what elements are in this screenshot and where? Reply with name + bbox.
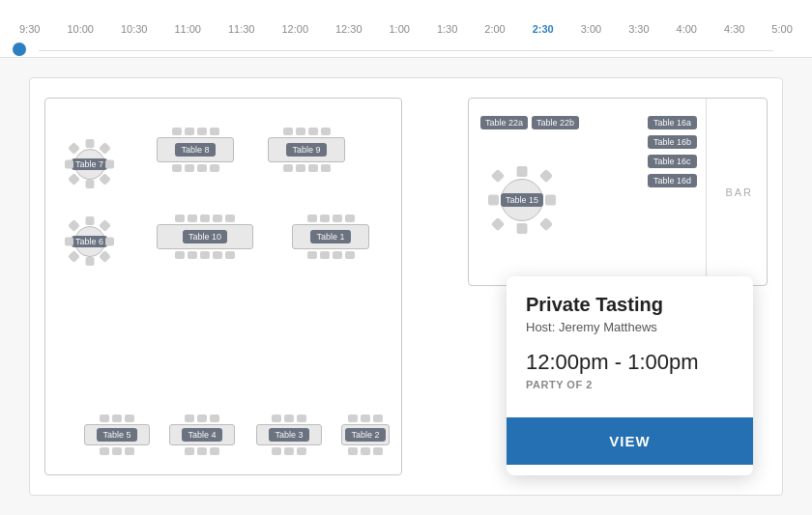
table-4-group: Table 4 xyxy=(169,413,235,457)
timeline-label-1200: 12:00 xyxy=(281,23,308,35)
table-5-group: Table 5 xyxy=(84,413,150,457)
popup-card: Private Tasting Host: Jeremy Matthews 12… xyxy=(507,276,753,475)
popup-title: Private Tasting xyxy=(526,294,734,316)
timeline-label-300: 3:00 xyxy=(581,23,601,35)
timeline-label-930: 9:30 xyxy=(19,23,40,35)
timeline: 9:30 10:00 10:30 11:00 11:30 12:00 12:30… xyxy=(0,0,812,58)
timeline-label-400: 4:00 xyxy=(677,23,697,35)
table-3-group: Table 3 xyxy=(256,413,322,457)
floor-plan: Table 7 Tab xyxy=(29,77,783,496)
timeline-label-1100: 11:00 xyxy=(174,23,201,35)
popup-content: Private Tasting Host: Jeremy Matthews 12… xyxy=(507,276,753,417)
table-2-label: Table 2 xyxy=(345,428,385,442)
section-left: Table 7 Tab xyxy=(44,98,402,475)
timeline-label-430: 4:30 xyxy=(724,23,744,35)
table-16a-label: Table 16a xyxy=(648,116,697,129)
table-3-label: Table 3 xyxy=(269,428,308,442)
popup-time: 12:00pm - 1:00pm xyxy=(526,350,734,375)
table-1-label: Table 1 xyxy=(310,230,350,243)
table-7-label: Table 7 xyxy=(72,158,107,170)
table-16d-label: Table 16d xyxy=(648,174,697,187)
timeline-label-1030: 10:30 xyxy=(121,23,148,35)
table-22-group: Table 22a Table 22b xyxy=(480,116,579,129)
timeline-label-1230: 12:30 xyxy=(335,23,362,35)
popup-host: Host: Jeremy Matthews xyxy=(526,320,734,334)
table-22a-label: Table 22a xyxy=(480,116,528,129)
table-7-group: Table 7 xyxy=(63,137,116,190)
table-8-group: Table 8 xyxy=(157,126,234,174)
table-9-label: Table 9 xyxy=(286,143,326,157)
timeline-label-100: 1:00 xyxy=(390,23,410,35)
table-16b-label: Table 16b xyxy=(648,135,697,149)
section-right: Table 22a Table 22b Table 15 xyxy=(468,98,768,286)
table-9-group: Table 9 xyxy=(268,126,345,174)
table-6-label: Table 6 xyxy=(72,236,107,247)
timeline-line xyxy=(39,50,773,51)
table-10-label: Table 10 xyxy=(183,230,227,243)
table-15-label: Table 15 xyxy=(501,193,543,207)
timeline-label-1130: 11:30 xyxy=(228,23,255,35)
table-4-label: Table 4 xyxy=(182,428,221,442)
table-6-group: Table 6 xyxy=(63,215,116,268)
table-5-label: Table 5 xyxy=(97,428,136,442)
main-area: Table 7 Tab xyxy=(0,58,812,515)
timeline-indicator[interactable] xyxy=(13,43,26,56)
table-2-group: Table 2 xyxy=(341,413,390,457)
table-15-group: Table 15 xyxy=(488,166,556,234)
table-1-group: Table 1 xyxy=(292,213,369,261)
table-16c-label: Table 16c xyxy=(648,155,697,168)
timeline-label-1000: 10:00 xyxy=(67,23,94,35)
timeline-label-130: 1:30 xyxy=(437,23,457,35)
bar-label: BAR xyxy=(725,186,753,198)
view-button[interactable]: VIEW xyxy=(507,417,753,465)
table-16-group: Table 16a Table 16b Table 16c Table 16d xyxy=(648,116,697,187)
table-22b-label: Table 22b xyxy=(532,116,579,129)
bar-divider xyxy=(706,99,707,285)
popup-party: PARTY OF 2 xyxy=(526,379,734,390)
table-8-label: Table 8 xyxy=(175,143,215,157)
timeline-label-230: 2:30 xyxy=(533,23,554,35)
timeline-label-500: 5:00 xyxy=(771,23,792,35)
timeline-labels: 9:30 10:00 10:30 11:00 11:30 12:00 12:30… xyxy=(19,23,793,35)
timeline-label-330: 3:30 xyxy=(628,23,649,35)
timeline-label-200: 2:00 xyxy=(484,23,505,35)
table-10-group: Table 10 xyxy=(157,213,253,261)
